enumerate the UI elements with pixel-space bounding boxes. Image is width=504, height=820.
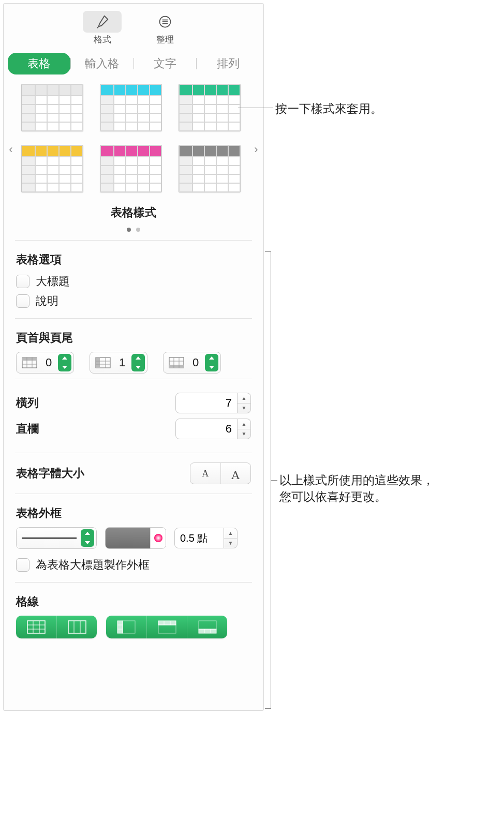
header-col-gridlines-button[interactable] [106, 616, 146, 638]
organize-tab-label: 整理 [156, 34, 174, 46]
color-swatch [106, 528, 150, 548]
organize-icon-wrap [145, 11, 184, 33]
border-width-input[interactable] [174, 528, 224, 548]
svg-rect-32 [158, 621, 176, 625]
hf-stepper[interactable] [58, 354, 71, 371]
rows-label: 橫列 [16, 395, 39, 411]
svg-rect-37 [199, 621, 216, 629]
gridlines-horizontal-button[interactable] [16, 616, 56, 638]
svg-rect-36 [199, 629, 216, 633]
header-row-gridlines-button[interactable] [146, 616, 187, 638]
callout-text: 以上樣式所使用的這些效果， 您可以依喜好更改。 [279, 472, 434, 505]
header-gridlines-group [106, 616, 227, 638]
border-color-well[interactable] [105, 527, 166, 549]
body-gridlines-group [16, 616, 97, 638]
list-icon [158, 14, 172, 29]
callout-line1: 以上樣式所使用的這些效果， [279, 473, 434, 487]
rows-cols-section: 橫列 ▲▼ 直欄 ▲▼ [4, 379, 263, 453]
hf-stepper[interactable] [205, 354, 218, 371]
header-rows-popup[interactable]: 0 [16, 352, 74, 374]
svg-rect-20 [27, 621, 45, 633]
font-size-label: 表格字體大小 [16, 466, 84, 481]
hf-value: 0 [42, 356, 55, 369]
table-style-thumb[interactable] [179, 84, 241, 131]
font-size-section: 表格字體大小 A A [4, 453, 263, 494]
styles-pager [9, 225, 258, 234]
styles-prev-button[interactable]: ‹ [6, 143, 16, 156]
svg-rect-15 [169, 365, 184, 368]
inspector-toolbar: 格式 整理 [4, 4, 263, 50]
callout-line [238, 108, 273, 108]
caption-checkbox-label: 說明 [36, 293, 58, 309]
cols-input[interactable] [175, 419, 238, 439]
format-inspector-panel: 格式 整理 表格 輸入格 文字 排列 ‹ › 表格樣式 [3, 3, 264, 711]
color-wheel-icon [150, 528, 166, 548]
line-style-popup[interactable] [16, 527, 97, 549]
border-width-stepper[interactable]: ▲▼ [224, 528, 238, 548]
svg-rect-28 [117, 621, 123, 633]
inspector-tabs: 表格 輸入格 文字 排列 [8, 53, 259, 74]
svg-rect-10 [96, 357, 100, 368]
header-cols-popup[interactable]: 1 [90, 352, 147, 374]
line-preview [22, 538, 77, 539]
table-style-thumb[interactable] [21, 84, 83, 131]
section-heading: 表格外框 [16, 505, 251, 521]
table-style-thumb[interactable] [21, 145, 83, 192]
footer-rows-popup[interactable]: 0 [163, 352, 221, 374]
outline-title-checkbox[interactable] [16, 558, 29, 572]
svg-rect-33 [158, 625, 176, 633]
brush-icon [95, 14, 110, 29]
organize-tab[interactable]: 整理 [141, 11, 188, 46]
caption-checkbox[interactable] [16, 294, 29, 308]
format-tab-label: 格式 [94, 34, 111, 46]
line-style-stepper[interactable] [81, 529, 94, 547]
tab-table[interactable]: 表格 [8, 53, 70, 74]
title-checkbox[interactable] [16, 275, 29, 288]
table-style-thumb[interactable] [179, 145, 241, 192]
table-styles: ‹ › 表格樣式 [4, 81, 263, 240]
page-dot[interactable] [127, 228, 131, 232]
page-dot[interactable] [136, 228, 140, 232]
gridlines-vertical-button[interactable] [56, 616, 97, 638]
rows-stepper[interactable]: ▲▼ [238, 393, 251, 413]
svg-rect-5 [22, 357, 37, 361]
rows-input[interactable] [175, 393, 238, 413]
cols-label: 直欄 [16, 421, 39, 437]
headers-footers-section: 頁首與頁尾 0 1 0 [4, 319, 263, 379]
svg-point-19 [154, 534, 162, 542]
outline-section: 表格外框 ▲▼ 為表格大標題製作外框 [4, 494, 263, 582]
table-style-thumb[interactable] [100, 84, 162, 131]
styles-next-button[interactable]: › [251, 143, 261, 156]
format-icon-wrap [83, 11, 122, 33]
section-heading: 格線 [16, 594, 251, 609]
svg-rect-25 [68, 621, 86, 633]
hf-stepper[interactable] [131, 354, 145, 371]
styles-title: 表格樣式 [9, 205, 258, 220]
tab-text[interactable]: 文字 [134, 53, 197, 74]
hf-value: 0 [189, 356, 202, 369]
font-size-segmented: A A [190, 463, 251, 484]
callout-text: 按一下樣式來套用。 [275, 100, 382, 117]
tab-cell[interactable]: 輸入格 [71, 53, 134, 74]
title-checkbox-label: 大標題 [36, 274, 70, 289]
callout-bracket [265, 251, 271, 709]
font-smaller-button[interactable]: A [190, 463, 221, 484]
svg-rect-29 [123, 621, 135, 633]
outline-title-label: 為表格大標題製作外框 [36, 557, 150, 573]
callout-line [271, 480, 277, 481]
section-heading: 表格選項 [16, 252, 251, 267]
gridlines-section: 格線 [4, 583, 263, 642]
callout-line2: 您可以依喜好更改。 [279, 490, 387, 503]
hf-icon [22, 357, 37, 368]
table-options-section: 表格選項 大標題 說明 [4, 241, 263, 318]
hf-icon [169, 357, 184, 368]
section-heading: 頁首與頁尾 [16, 330, 251, 346]
hf-value: 1 [116, 356, 128, 369]
font-larger-button[interactable]: A [221, 463, 251, 484]
footer-gridlines-button[interactable] [187, 616, 227, 638]
table-style-thumb[interactable] [100, 145, 162, 192]
hf-icon [95, 357, 111, 368]
tab-arrange[interactable]: 排列 [197, 53, 259, 74]
cols-stepper[interactable]: ▲▼ [238, 419, 251, 439]
format-tab[interactable]: 格式 [79, 11, 126, 46]
